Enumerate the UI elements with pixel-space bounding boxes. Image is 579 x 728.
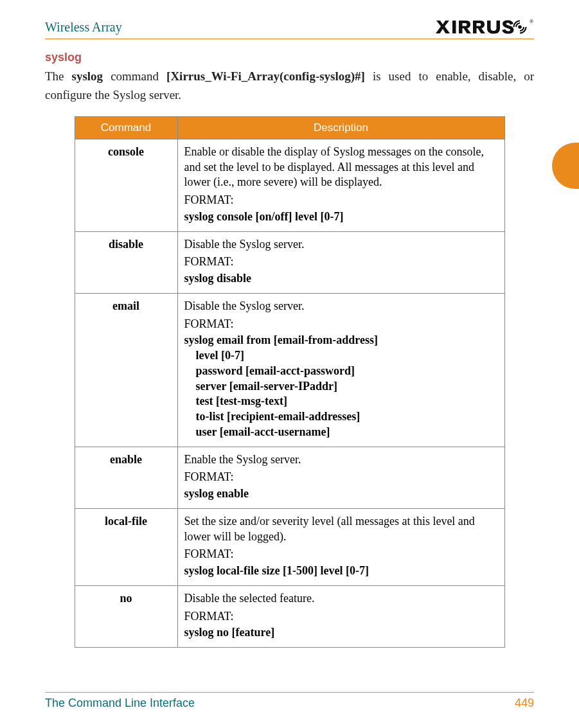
command-cell: no bbox=[75, 585, 177, 647]
description-cell: Enable or disable the display of Syslog … bbox=[177, 139, 504, 231]
format-subline: server [email-server-IPaddr] bbox=[184, 379, 498, 395]
col-header-description: Description bbox=[177, 116, 504, 139]
svg-rect-0 bbox=[452, 21, 456, 33]
intro-text-pre: The bbox=[45, 69, 72, 83]
command-table: Command Description consoleEnable or dis… bbox=[75, 116, 505, 648]
svg-point-1 bbox=[518, 25, 522, 29]
header-title: Wireless Array bbox=[45, 20, 122, 35]
description-text: Disable the Syslog server. bbox=[184, 237, 498, 253]
format-subline: user [email-acct-username] bbox=[184, 425, 498, 440]
table-row: noDisable the selected feature.FORMAT:sy… bbox=[75, 585, 504, 647]
description-text: Disable the selected feature. bbox=[184, 591, 498, 607]
command-cell: disable bbox=[75, 231, 177, 293]
page-header: Wireless Array ® bbox=[45, 18, 534, 39]
col-header-command: Command bbox=[75, 116, 177, 139]
format-label: FORMAT: bbox=[184, 547, 498, 562]
description-text: Set the size and/or severity level (all … bbox=[184, 514, 498, 545]
table-row: emailDisable the Syslog server.FORMAT:sy… bbox=[75, 293, 504, 447]
footer-section-title: The Command Line Interface bbox=[45, 697, 195, 710]
intro-command-name: syslog bbox=[72, 69, 103, 83]
description-text: Enable or disable the display of Syslog … bbox=[184, 145, 498, 190]
format-command: syslog email from [email-from-address] bbox=[184, 333, 498, 348]
table-header-row: Command Description bbox=[75, 116, 504, 139]
format-label: FORMAT: bbox=[184, 193, 498, 208]
format-command: syslog console [on/off] level [0-7] bbox=[184, 209, 498, 225]
description-cell: Disable the selected feature.FORMAT:sysl… bbox=[177, 585, 504, 647]
description-cell: Disable the Syslog server.FORMAT:syslog … bbox=[177, 231, 504, 293]
intro-paragraph: The syslog command [Xirrus_Wi-Fi_Array(c… bbox=[45, 67, 534, 105]
table-row: disableDisable the Syslog server.FORMAT:… bbox=[75, 231, 504, 293]
description-cell: Disable the Syslog server.FORMAT:syslog … bbox=[177, 293, 504, 447]
description-cell: Enable the Syslog server.FORMAT:syslog e… bbox=[177, 447, 504, 508]
format-subline: level [0-7] bbox=[184, 348, 498, 364]
command-cell: email bbox=[75, 293, 177, 447]
format-subline: test [test-msg-text] bbox=[184, 394, 498, 409]
format-command: syslog enable bbox=[184, 486, 498, 502]
format-subline: to-list [recipient-email-addresses] bbox=[184, 409, 498, 425]
side-thumb-tab bbox=[552, 143, 579, 189]
command-cell: console bbox=[75, 139, 177, 231]
table-row: consoleEnable or disable the display of … bbox=[75, 139, 504, 231]
format-command: syslog local-file size [1-500] level [0-… bbox=[184, 564, 498, 579]
description-cell: Set the size and/or severity level (all … bbox=[177, 508, 504, 585]
table-row: enableEnable the Syslog server.FORMAT:sy… bbox=[75, 447, 504, 508]
format-subline: password [email-acct-password] bbox=[184, 364, 498, 379]
svg-text:®: ® bbox=[530, 19, 533, 24]
command-cell: enable bbox=[75, 447, 177, 508]
format-command: syslog no [feature] bbox=[184, 625, 498, 641]
table-row: local-fileSet the size and/or severity l… bbox=[75, 508, 504, 585]
brand-logo: ® bbox=[434, 18, 534, 36]
format-label: FORMAT: bbox=[184, 609, 498, 625]
intro-text-mid: command bbox=[103, 69, 166, 83]
section-heading: syslog bbox=[45, 51, 534, 64]
intro-cli-prompt: [Xirrus_Wi-Fi_Array(config-syslog)#] bbox=[166, 69, 365, 83]
description-text: Enable the Syslog server. bbox=[184, 452, 498, 468]
page-footer: The Command Line Interface 449 bbox=[45, 692, 534, 710]
format-label: FORMAT: bbox=[184, 317, 498, 332]
xirrus-logo-icon: ® bbox=[434, 18, 534, 36]
footer-page-number: 449 bbox=[515, 697, 534, 710]
format-label: FORMAT: bbox=[184, 470, 498, 485]
format-label: FORMAT: bbox=[184, 254, 498, 270]
command-cell: local-file bbox=[75, 508, 177, 585]
format-command: syslog disable bbox=[184, 271, 498, 287]
description-text: Disable the Syslog server. bbox=[184, 299, 498, 314]
